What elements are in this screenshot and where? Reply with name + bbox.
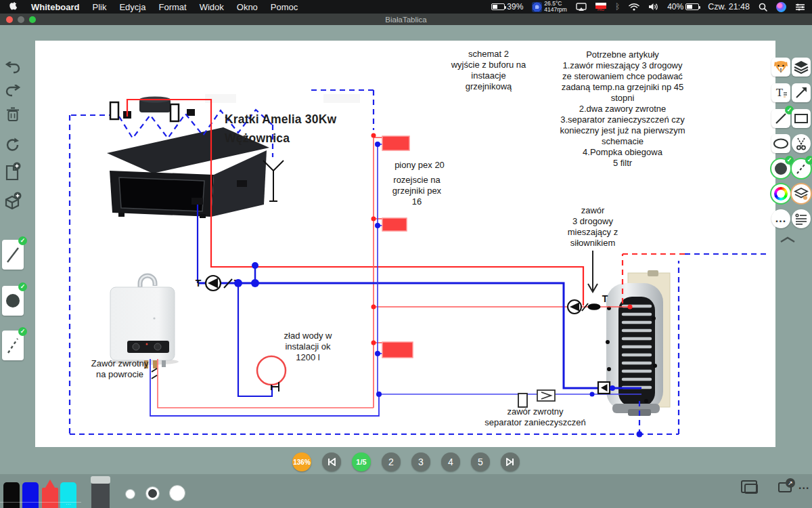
fireplace-title-label[interactable]: Kratki Amelia 30Kw Wężownica	[225, 110, 374, 148]
arrow-tool-button[interactable]	[792, 83, 811, 102]
brush-size-medium-button[interactable]	[146, 487, 159, 500]
whiteboard-canvas[interactable]: T T T	[35, 41, 775, 447]
menu-app[interactable]: Whiteboard	[31, 2, 80, 12]
mixing-valve-label[interactable]: zawór 3 drogowy mieszający z siłownikiem	[559, 205, 627, 249]
wifi-icon[interactable]	[629, 3, 639, 11]
menu-widok[interactable]: Widok	[200, 2, 224, 12]
menu-pomoc[interactable]: Pomoc	[271, 2, 298, 12]
brush-size-large-button[interactable]	[169, 485, 185, 501]
dashed-style-button[interactable]: ✓	[792, 159, 811, 178]
current-page-button[interactable]: 1/5	[352, 452, 371, 471]
add-page-button[interactable]	[3, 162, 23, 182]
page-4-button[interactable]: 4	[441, 452, 460, 471]
menu-edycja[interactable]: Edycja	[119, 2, 145, 12]
poland-flag-icon[interactable]: PRO	[595, 3, 606, 12]
bottom-more-button[interactable]: ...	[798, 480, 809, 492]
check-icon: ✓	[18, 327, 27, 336]
risers-label[interactable]: piony pex 20	[379, 160, 460, 171]
branch-label[interactable]: rozejscie na grzejniki pex 16	[379, 175, 455, 207]
water-volume-label[interactable]: zład wody w instalacji ok 1200 l	[275, 331, 340, 363]
bluetooth-icon[interactable]: ᛒ	[615, 2, 620, 12]
check-icon: ✓	[18, 236, 27, 245]
menu-okno[interactable]: Okno	[237, 2, 258, 12]
share-arrow-icon: ↗	[786, 478, 795, 488]
undo-button[interactable]	[3, 58, 23, 79]
refresh-button[interactable]	[3, 135, 23, 155]
cyan-marker-tool[interactable]	[60, 482, 76, 508]
fan-monitor-status[interactable]: 26.5°C4147rpm	[532, 1, 567, 13]
menu-format[interactable]: Format	[158, 2, 186, 12]
battery-status[interactable]: 40%	[667, 2, 699, 12]
filled-circle-tool-card[interactable]: ✓	[2, 286, 24, 316]
page-5-button[interactable]: 5	[471, 452, 490, 471]
add-object-button[interactable]	[3, 191, 23, 211]
airplay-icon[interactable]	[576, 3, 587, 12]
gas-boiler-image[interactable]	[108, 276, 179, 368]
battery-charging-icon	[491, 3, 505, 10]
zoom-level-button[interactable]: 136%	[292, 452, 311, 471]
notes-list-button[interactable]	[792, 209, 811, 228]
battery-icon	[685, 3, 699, 10]
first-page-button[interactable]	[322, 452, 341, 471]
control-center-icon[interactable]	[795, 3, 805, 11]
more-tools-button[interactable]: ...	[771, 209, 790, 228]
menubar-clock[interactable]: Czw. 21:48	[708, 2, 750, 12]
dashed-line-tool-card[interactable]: ✓	[2, 331, 24, 360]
mixing-valve-pump-symbol: T	[568, 293, 608, 314]
menu-plik[interactable]: Plik	[93, 2, 107, 12]
svg-text:T: T	[196, 278, 202, 289]
fan-icon	[532, 2, 542, 12]
red-marker-tool[interactable]	[42, 488, 58, 508]
spotlight-search-icon[interactable]	[759, 3, 767, 12]
last-page-button[interactable]	[501, 452, 520, 471]
vent-symbol	[110, 102, 118, 119]
line-tool-button[interactable]: ✓	[771, 109, 790, 128]
menubar: Whiteboard Plik Edycja Format Widok Okno…	[0, 0, 812, 14]
air-vent-y-symbol	[263, 161, 284, 201]
battery-charging-status[interactable]: 39%	[491, 2, 523, 12]
svg-text:T: T	[602, 293, 608, 304]
volume-icon[interactable]	[648, 3, 658, 11]
page-3-button[interactable]: 3	[411, 452, 430, 471]
page-navigation: 136% 1/5 2 3 4 5	[0, 452, 812, 473]
text-tool-button[interactable]: T	[771, 83, 790, 102]
check-icon: ✓	[18, 282, 27, 291]
eraser-tool[interactable]	[91, 481, 110, 508]
layer-settings-button[interactable]	[792, 184, 811, 203]
separator-symbol	[518, 394, 527, 407]
eraser-smudges	[205, 94, 360, 103]
sticker-fox-button[interactable]	[771, 58, 790, 77]
rectangle-tool-button[interactable]	[792, 109, 811, 128]
layers-button[interactable]	[792, 58, 811, 77]
return-check-valve-symbol	[537, 390, 555, 401]
delete-button[interactable]	[3, 104, 23, 125]
annotation-arrow	[588, 251, 597, 292]
pen-palette-bar: ↗ ...	[0, 474, 812, 508]
check-valve-label[interactable]: Zawór zwrotny na powrocie	[80, 358, 160, 380]
color-wheel-icon	[774, 187, 788, 200]
redo-button[interactable]	[3, 81, 23, 102]
separator-label[interactable]: zawór zwrotny separator zanieczyszczeń	[475, 406, 595, 428]
apple-menu-icon[interactable]	[9, 2, 18, 12]
siri-icon[interactable]	[776, 2, 786, 12]
needed-articles-label[interactable]: Potrzebne artykuły 1.zawór mieszający 3 …	[521, 49, 724, 169]
share-export-button[interactable]: ↗	[778, 482, 792, 492]
svg-text:T: T	[776, 86, 784, 99]
palette-divider	[0, 502, 81, 503]
right-toolbar: T ✓ ✓ ✓ ...	[767, 50, 812, 470]
scissors-tool-button[interactable]	[792, 134, 811, 153]
left-toolbar: ✓ ✓ ✓	[0, 50, 30, 470]
black-marker-tool[interactable]	[3, 482, 20, 508]
color-wheel-button[interactable]	[771, 184, 790, 203]
line-tool-card[interactable]: ✓	[2, 240, 24, 270]
whiteboard-workspace: T T T	[0, 25, 812, 474]
page-2-button[interactable]: 2	[382, 452, 401, 471]
window-titlebar: BiałaTablica	[0, 14, 812, 25]
blue-marker-tool[interactable]	[22, 482, 39, 508]
brush-size-small-button[interactable]	[126, 490, 135, 499]
ellipse-tool-button[interactable]	[771, 134, 790, 153]
fill-style-button[interactable]: ✓	[771, 159, 790, 178]
collapse-toolbar-button[interactable]	[778, 234, 797, 247]
overview-pages-button[interactable]	[744, 484, 758, 494]
vent-symbol	[171, 104, 179, 121]
